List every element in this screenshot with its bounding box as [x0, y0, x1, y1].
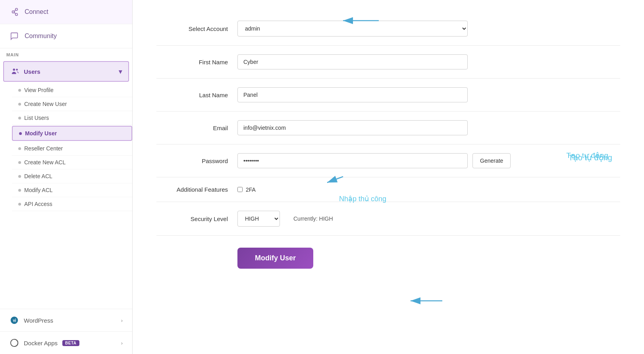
twofa-label[interactable]: 2FA: [246, 187, 256, 193]
wordpress-label: WordPress: [24, 317, 53, 324]
additional-features-row: Additional Features 2FA: [156, 177, 620, 202]
dot-icon: [19, 132, 22, 135]
dot-icon: [18, 147, 21, 150]
docker-icon: [10, 338, 19, 348]
list-users-label: List Users: [24, 115, 49, 121]
first-name-row: First Name: [156, 46, 620, 79]
reseller-center-label: Reseller Center: [24, 145, 63, 152]
twofa-checkbox[interactable]: [237, 187, 243, 192]
users-item-left: Users: [10, 67, 40, 76]
svg-line-3: [14, 10, 15, 12]
svg-point-1: [15, 8, 18, 11]
security-level-label: Security Level: [156, 215, 228, 222]
sidebar-item-view-profile[interactable]: View Profile: [12, 83, 132, 97]
sidebar-item-delete-acl[interactable]: Delete ACL: [12, 169, 132, 183]
sidebar-item-users[interactable]: Users ▾: [3, 61, 129, 82]
svg-point-5: [13, 69, 15, 71]
password-row: Password Generate Tạo tự động: [156, 144, 620, 177]
sidebar-item-reseller-center[interactable]: Reseller Center: [12, 142, 132, 156]
community-icon: [10, 31, 19, 41]
connect-label: Connect: [25, 8, 48, 15]
users-icon: [10, 67, 20, 76]
first-name-input[interactable]: [237, 54, 468, 69]
wordpress-icon: [10, 316, 19, 325]
sidebar-item-modify-acl[interactable]: Modify ACL: [12, 183, 132, 197]
wordpress-chevron-icon: ›: [121, 317, 123, 323]
email-input[interactable]: [237, 120, 468, 135]
email-row: Email: [156, 112, 620, 144]
dot-icon: [18, 89, 21, 92]
last-name-label: Last Name: [156, 92, 228, 98]
beta-badge: BETA: [62, 340, 79, 346]
delete-acl-label: Delete ACL: [24, 173, 52, 179]
select-account-label: Select Account: [156, 25, 228, 32]
community-label: Community: [25, 33, 57, 40]
dot-icon: [18, 103, 21, 106]
sidebar: Connect Community MAIN Users ▾: [0, 0, 133, 354]
dot-icon: [18, 189, 21, 192]
docker-apps-label: Docker Apps: [24, 340, 58, 346]
sidebar-item-modify-user[interactable]: Modify User: [12, 126, 132, 141]
main-content: Select Account admin user1 user2 First N…: [133, 0, 644, 354]
currently-label: Currently: HIGH: [293, 215, 333, 222]
view-profile-label: View Profile: [24, 87, 54, 93]
password-input[interactable]: [237, 153, 468, 168]
generate-button[interactable]: Generate: [472, 153, 511, 168]
sidebar-item-wordpress[interactable]: WordPress ›: [0, 309, 132, 331]
dot-icon: [18, 203, 21, 206]
users-chevron-icon: ▾: [119, 68, 122, 75]
email-label: Email: [156, 125, 228, 131]
modify-user-label: Modify User: [25, 130, 57, 137]
sidebar-item-community[interactable]: Community: [0, 24, 132, 48]
create-new-user-label: Create New User: [24, 101, 67, 107]
dot-icon: [18, 117, 21, 119]
connect-icon: [10, 7, 19, 17]
svg-point-2: [15, 13, 18, 15]
svg-point-6: [16, 69, 18, 71]
submit-row: Modify User: [156, 236, 620, 277]
additional-features-label: Additional Features: [156, 186, 228, 193]
select-account-row: Select Account admin user1 user2: [156, 12, 620, 46]
docker-chevron-icon: ›: [121, 340, 123, 346]
modify-user-button[interactable]: Modify User: [237, 248, 313, 269]
security-level-dropdown[interactable]: LOW MEDIUM HIGH: [237, 211, 280, 227]
security-level-row: Security Level LOW MEDIUM HIGH Currently…: [156, 202, 620, 236]
api-access-label: API Access: [24, 201, 52, 207]
twofa-checkbox-group: 2FA: [237, 187, 256, 193]
password-field-group: Generate: [237, 153, 620, 168]
sidebar-item-create-new-acl[interactable]: Create New ACL: [12, 156, 132, 169]
main-section-label: MAIN: [0, 48, 132, 60]
sidebar-item-connect[interactable]: Connect: [0, 0, 132, 24]
last-name-input[interactable]: [237, 87, 468, 102]
dot-icon: [18, 161, 21, 164]
last-name-row: Last Name: [156, 79, 620, 112]
dot-icon: [18, 175, 21, 178]
first-name-label: First Name: [156, 59, 228, 65]
sidebar-item-create-new-user[interactable]: Create New User: [12, 97, 132, 111]
modify-acl-label: Modify ACL: [24, 187, 53, 193]
sidebar-item-api-access[interactable]: API Access: [12, 197, 132, 211]
password-label: Password: [156, 158, 228, 164]
svg-line-4: [14, 12, 15, 14]
create-new-acl-label: Create New ACL: [24, 159, 66, 165]
security-level-group: LOW MEDIUM HIGH Currently: HIGH: [237, 211, 333, 227]
sidebar-item-list-users[interactable]: List Users: [12, 111, 132, 125]
select-account-dropdown[interactable]: admin user1 user2: [237, 21, 468, 37]
users-label: Users: [24, 68, 40, 75]
sidebar-item-docker-apps[interactable]: Docker Apps BETA ›: [0, 331, 132, 354]
users-submenu: View Profile Create New User List Users …: [0, 83, 132, 211]
svg-point-0: [12, 11, 15, 13]
